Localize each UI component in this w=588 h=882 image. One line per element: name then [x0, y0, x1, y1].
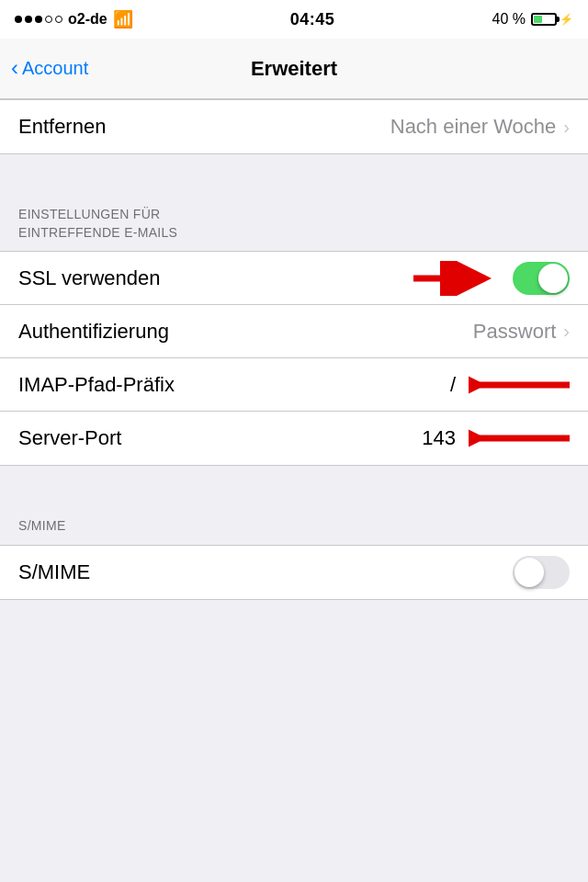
auth-row[interactable]: Authentifizierung Passwort ›	[0, 305, 588, 358]
remove-value: Nach einer Woche	[390, 115, 557, 139]
incoming-mail-group: SSL verwenden Authentifiz	[0, 251, 588, 466]
server-port-right: 143	[422, 421, 570, 456]
ssl-row: SSL verwenden	[0, 252, 588, 305]
gap3	[0, 600, 588, 633]
imap-label: IMAP-Pfad-Präfix	[18, 373, 175, 397]
battery-percent: 40 %	[492, 11, 526, 28]
smime-label: S/MIME	[18, 560, 90, 584]
ssl-toggle-knob	[538, 264, 568, 293]
auth-value-container: Passwort ›	[473, 320, 570, 344]
smime-header-text: S/MIME	[18, 518, 66, 533]
nav-bar: ‹ Account Erweitert	[0, 39, 588, 99]
remove-value-container: Nach einer Woche ›	[390, 115, 570, 139]
dot2	[25, 16, 32, 23]
back-button[interactable]: ‹ Account	[11, 58, 88, 79]
server-port-label: Server-Port	[18, 426, 121, 450]
smime-toggle-knob	[514, 558, 544, 587]
back-chevron-icon: ‹	[11, 57, 18, 79]
battery-icon-container: ⚡	[531, 13, 573, 26]
dot3	[35, 16, 42, 23]
battery-fill	[534, 16, 542, 23]
imap-arrow-icon	[469, 368, 570, 402]
ssl-right	[413, 261, 570, 296]
signal-dots	[15, 16, 62, 23]
incoming-header-text: EINSTELLUNGEN FÜREINTREFFENDE E-MAILS	[18, 207, 177, 240]
status-time: 04:45	[290, 10, 335, 29]
page-title: Erweitert	[251, 57, 337, 81]
imap-row[interactable]: IMAP-Pfad-Präfix /	[0, 358, 588, 412]
charging-icon: ⚡	[560, 13, 573, 26]
remove-group: Entfernen Nach einer Woche ›	[0, 99, 588, 154]
ssl-label: SSL verwenden	[18, 266, 161, 290]
battery-icon	[531, 13, 557, 26]
remove-label: Entfernen	[18, 115, 106, 139]
smime-section-header: S/MIME	[0, 499, 588, 545]
server-port-row[interactable]: Server-Port 143	[0, 412, 588, 465]
ssl-arrow-icon	[413, 261, 496, 296]
imap-right: /	[450, 368, 570, 402]
carrier-label: o2-de	[68, 11, 107, 28]
ssl-toggle[interactable]	[513, 262, 570, 295]
gap2	[0, 466, 588, 499]
settings-content: Entfernen Nach einer Woche › EINSTELLUNG…	[0, 99, 588, 633]
smime-group: S/MIME	[0, 545, 588, 600]
back-label: Account	[22, 58, 88, 79]
gap1	[0, 154, 588, 187]
remove-chevron-icon: ›	[563, 117, 570, 138]
smime-toggle[interactable]	[513, 556, 570, 589]
remove-row[interactable]: Entfernen Nach einer Woche ›	[0, 100, 588, 153]
incoming-section-header: EINSTELLUNGEN FÜREINTREFFENDE E-MAILS	[0, 187, 588, 251]
auth-value: Passwort	[473, 320, 556, 344]
status-bar: o2-de 📶 04:45 40 % ⚡	[0, 0, 588, 39]
status-right: 40 % ⚡	[492, 11, 573, 28]
wifi-icon: 📶	[113, 9, 133, 29]
server-port-arrow-icon	[469, 421, 570, 456]
smime-row: S/MIME	[0, 546, 588, 599]
dot5	[55, 16, 62, 23]
server-port-value: 143	[422, 426, 456, 450]
dot1	[15, 16, 22, 23]
auth-chevron-icon: ›	[563, 321, 570, 342]
status-left: o2-de 📶	[15, 9, 133, 29]
auth-label: Authentifizierung	[18, 320, 169, 344]
dot4	[45, 16, 52, 23]
imap-value: /	[450, 373, 456, 397]
